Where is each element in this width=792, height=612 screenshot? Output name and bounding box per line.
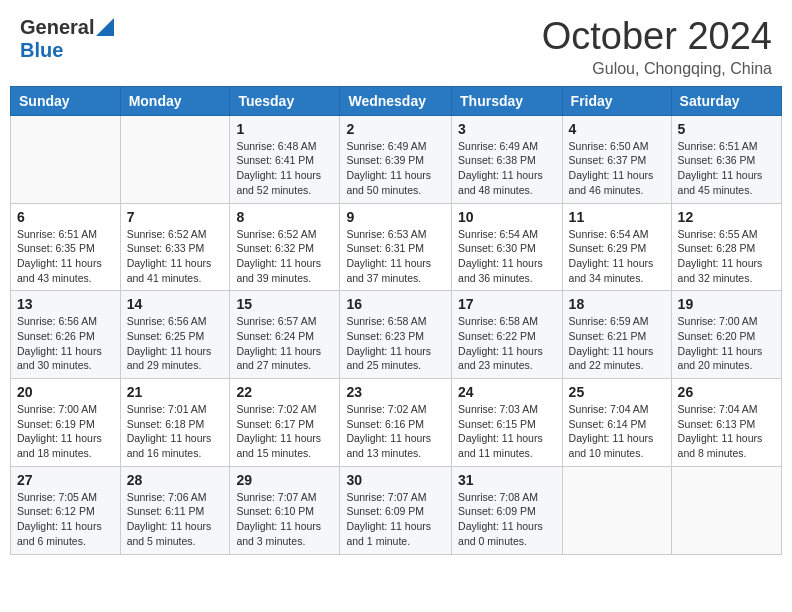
calendar-week-row: 6Sunrise: 6:51 AMSunset: 6:35 PMDaylight… [11,203,782,291]
calendar-day-cell: 6Sunrise: 6:51 AMSunset: 6:35 PMDaylight… [11,203,121,291]
calendar-day-cell: 30Sunrise: 7:07 AMSunset: 6:09 PMDayligh… [340,466,452,554]
calendar-day-cell: 27Sunrise: 7:05 AMSunset: 6:12 PMDayligh… [11,466,121,554]
day-info: Sunrise: 6:51 AMSunset: 6:35 PMDaylight:… [17,227,114,286]
calendar-day-cell: 13Sunrise: 6:56 AMSunset: 6:26 PMDayligh… [11,291,121,379]
calendar-day-cell: 24Sunrise: 7:03 AMSunset: 6:15 PMDayligh… [452,379,563,467]
calendar-day-cell: 25Sunrise: 7:04 AMSunset: 6:14 PMDayligh… [562,379,671,467]
calendar-day-cell: 26Sunrise: 7:04 AMSunset: 6:13 PMDayligh… [671,379,781,467]
day-number: 25 [569,384,665,400]
day-number: 30 [346,472,445,488]
day-number: 6 [17,209,114,225]
day-number: 4 [569,121,665,137]
day-number: 24 [458,384,556,400]
day-number: 14 [127,296,224,312]
calendar-day-cell: 29Sunrise: 7:07 AMSunset: 6:10 PMDayligh… [230,466,340,554]
header-friday: Friday [562,86,671,115]
day-number: 22 [236,384,333,400]
day-info: Sunrise: 6:56 AMSunset: 6:26 PMDaylight:… [17,314,114,373]
day-info: Sunrise: 7:05 AMSunset: 6:12 PMDaylight:… [17,490,114,549]
logo-blue-text: Blue [20,39,63,61]
calendar-day-cell: 4Sunrise: 6:50 AMSunset: 6:37 PMDaylight… [562,115,671,203]
calendar-table: Sunday Monday Tuesday Wednesday Thursday… [10,86,782,555]
day-info: Sunrise: 7:04 AMSunset: 6:13 PMDaylight:… [678,402,775,461]
header-saturday: Saturday [671,86,781,115]
calendar-day-cell: 15Sunrise: 6:57 AMSunset: 6:24 PMDayligh… [230,291,340,379]
day-number: 2 [346,121,445,137]
day-number: 17 [458,296,556,312]
page-container: General Blue October 2024 Gulou, Chongqi… [0,0,792,565]
location: Gulou, Chongqing, China [542,60,772,78]
logo-triangle-icon [96,18,114,36]
calendar-day-cell: 28Sunrise: 7:06 AMSunset: 6:11 PMDayligh… [120,466,230,554]
calendar-day-cell: 31Sunrise: 7:08 AMSunset: 6:09 PMDayligh… [452,466,563,554]
calendar-day-cell: 23Sunrise: 7:02 AMSunset: 6:16 PMDayligh… [340,379,452,467]
day-number: 28 [127,472,224,488]
day-number: 1 [236,121,333,137]
calendar-day-cell: 17Sunrise: 6:58 AMSunset: 6:22 PMDayligh… [452,291,563,379]
day-info: Sunrise: 6:54 AMSunset: 6:29 PMDaylight:… [569,227,665,286]
calendar-day-cell: 19Sunrise: 7:00 AMSunset: 6:20 PMDayligh… [671,291,781,379]
day-info: Sunrise: 7:02 AMSunset: 6:16 PMDaylight:… [346,402,445,461]
calendar-week-row: 20Sunrise: 7:00 AMSunset: 6:19 PMDayligh… [11,379,782,467]
calendar-day-cell: 14Sunrise: 6:56 AMSunset: 6:25 PMDayligh… [120,291,230,379]
header-monday: Monday [120,86,230,115]
day-number: 16 [346,296,445,312]
day-info: Sunrise: 6:50 AMSunset: 6:37 PMDaylight:… [569,139,665,198]
day-info: Sunrise: 7:07 AMSunset: 6:10 PMDaylight:… [236,490,333,549]
calendar-week-row: 1Sunrise: 6:48 AMSunset: 6:41 PMDaylight… [11,115,782,203]
header-thursday: Thursday [452,86,563,115]
header-sunday: Sunday [11,86,121,115]
day-number: 8 [236,209,333,225]
calendar-day-cell: 11Sunrise: 6:54 AMSunset: 6:29 PMDayligh… [562,203,671,291]
day-number: 11 [569,209,665,225]
calendar-day-cell: 1Sunrise: 6:48 AMSunset: 6:41 PMDaylight… [230,115,340,203]
title-block: October 2024 Gulou, Chongqing, China [542,16,772,78]
day-info: Sunrise: 7:01 AMSunset: 6:18 PMDaylight:… [127,402,224,461]
day-number: 31 [458,472,556,488]
day-number: 13 [17,296,114,312]
day-number: 9 [346,209,445,225]
day-number: 21 [127,384,224,400]
day-number: 29 [236,472,333,488]
day-number: 18 [569,296,665,312]
calendar-day-cell: 8Sunrise: 6:52 AMSunset: 6:32 PMDaylight… [230,203,340,291]
day-info: Sunrise: 7:00 AMSunset: 6:19 PMDaylight:… [17,402,114,461]
day-number: 3 [458,121,556,137]
day-info: Sunrise: 7:07 AMSunset: 6:09 PMDaylight:… [346,490,445,549]
day-number: 20 [17,384,114,400]
calendar-day-cell [562,466,671,554]
day-number: 23 [346,384,445,400]
calendar-day-cell [11,115,121,203]
day-info: Sunrise: 6:51 AMSunset: 6:36 PMDaylight:… [678,139,775,198]
day-number: 5 [678,121,775,137]
day-number: 7 [127,209,224,225]
day-info: Sunrise: 6:58 AMSunset: 6:23 PMDaylight:… [346,314,445,373]
header-wednesday: Wednesday [340,86,452,115]
calendar-week-row: 27Sunrise: 7:05 AMSunset: 6:12 PMDayligh… [11,466,782,554]
calendar-day-cell [120,115,230,203]
day-info: Sunrise: 6:48 AMSunset: 6:41 PMDaylight:… [236,139,333,198]
day-info: Sunrise: 7:06 AMSunset: 6:11 PMDaylight:… [127,490,224,549]
calendar-day-cell [671,466,781,554]
calendar-day-cell: 18Sunrise: 6:59 AMSunset: 6:21 PMDayligh… [562,291,671,379]
calendar-container: Sunday Monday Tuesday Wednesday Thursday… [0,86,792,565]
calendar-day-cell: 21Sunrise: 7:01 AMSunset: 6:18 PMDayligh… [120,379,230,467]
header: General Blue October 2024 Gulou, Chongqi… [0,0,792,86]
day-number: 12 [678,209,775,225]
day-info: Sunrise: 6:54 AMSunset: 6:30 PMDaylight:… [458,227,556,286]
calendar-day-cell: 16Sunrise: 6:58 AMSunset: 6:23 PMDayligh… [340,291,452,379]
day-info: Sunrise: 6:49 AMSunset: 6:38 PMDaylight:… [458,139,556,198]
day-info: Sunrise: 7:04 AMSunset: 6:14 PMDaylight:… [569,402,665,461]
day-info: Sunrise: 7:08 AMSunset: 6:09 PMDaylight:… [458,490,556,549]
logo-general-text: General [20,16,94,39]
calendar-day-cell: 5Sunrise: 6:51 AMSunset: 6:36 PMDaylight… [671,115,781,203]
svg-marker-0 [96,18,114,36]
day-number: 27 [17,472,114,488]
day-info: Sunrise: 7:00 AMSunset: 6:20 PMDaylight:… [678,314,775,373]
day-number: 15 [236,296,333,312]
day-number: 10 [458,209,556,225]
calendar-day-cell: 2Sunrise: 6:49 AMSunset: 6:39 PMDaylight… [340,115,452,203]
day-info: Sunrise: 6:53 AMSunset: 6:31 PMDaylight:… [346,227,445,286]
day-info: Sunrise: 7:02 AMSunset: 6:17 PMDaylight:… [236,402,333,461]
day-info: Sunrise: 6:58 AMSunset: 6:22 PMDaylight:… [458,314,556,373]
